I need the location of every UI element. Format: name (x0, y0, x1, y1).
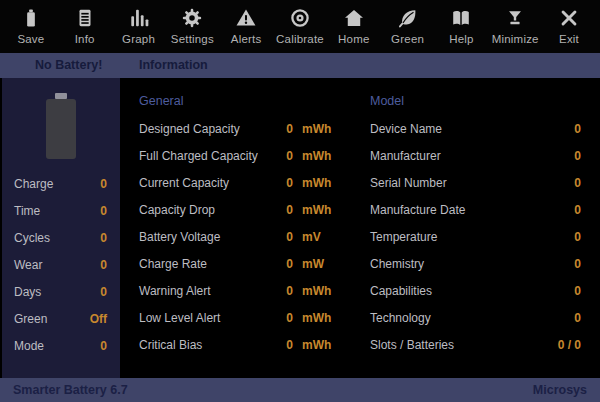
info-row-serial-number: Serial Number 0 (370, 169, 581, 196)
info-label: Designed Capacity (139, 122, 271, 136)
info-unit: mWh (302, 176, 338, 190)
info-row-temperature: Temperature 0 (370, 223, 581, 250)
info-row-battery-voltage: Battery Voltage 0 mV (139, 223, 338, 250)
info-unit: mWh (302, 149, 338, 163)
info-value: 0 (539, 311, 581, 325)
stat-label: Cycles (14, 231, 100, 245)
stat-row-time: Time 0 (2, 197, 120, 224)
toolbar-label: Alerts (231, 33, 262, 45)
stat-row-mode: Mode 0 (2, 332, 120, 359)
info-label: Battery Voltage (139, 230, 271, 244)
info-row-slots-batteries: Slots / Batteries 0 / 0 (370, 331, 581, 358)
info-label: Manufacturer (370, 149, 539, 163)
info-row-capacity-drop: Capacity Drop 0 mWh (139, 196, 338, 223)
toolbar-button-info[interactable]: Info (58, 0, 112, 53)
stat-value: 0 (100, 258, 107, 272)
info-value: 0 (539, 284, 581, 298)
stat-value: 0 (100, 204, 107, 218)
stat-value: 0 (100, 231, 107, 245)
toolbar-label: Graph (122, 33, 155, 45)
info-label: Chemistry (370, 257, 539, 271)
info-value: 0 (271, 257, 293, 271)
toolbar-label: Home (338, 33, 369, 45)
minimize-funnel-icon (504, 7, 526, 29)
info-value: 0 (539, 203, 581, 217)
tab-bar: No Battery! Information (0, 53, 600, 78)
stat-label: Time (14, 204, 100, 218)
vendor-label: Microsys (533, 383, 587, 397)
toolbar-button-settings[interactable]: Settings (165, 0, 219, 53)
target-icon (289, 7, 311, 29)
warning-triangle-icon (235, 7, 257, 29)
toolbar-label: Settings (171, 33, 214, 45)
toolbar-label: Save (17, 33, 44, 45)
info-row-warning-alert: Warning Alert 0 mWh (139, 277, 338, 304)
sidebar-stats: Charge 0 Time 0 Cycles 0 Wear 0 Days 0 (2, 170, 120, 359)
general-section: General Designed Capacity 0 mWh Full Cha… (139, 88, 338, 358)
toolbar-button-save[interactable]: Save (4, 0, 58, 53)
stat-row-green: Green Off (2, 305, 120, 332)
info-label: Capabilities (370, 284, 539, 298)
content-area: Charge 0 Time 0 Cycles 0 Wear 0 Days 0 (0, 78, 600, 378)
info-label: Full Charged Capacity (139, 149, 271, 163)
info-label: Temperature (370, 230, 539, 244)
info-unit: mWh (302, 311, 338, 325)
information-panel: General Designed Capacity 0 mWh Full Cha… (120, 78, 600, 378)
sidebar: Charge 0 Time 0 Cycles 0 Wear 0 Days 0 (0, 78, 120, 378)
info-row-technology: Technology 0 (370, 304, 581, 331)
toolbar-button-alerts[interactable]: Alerts (219, 0, 273, 53)
stat-label: Mode (14, 339, 100, 353)
info-value: 0 (271, 203, 293, 217)
battery-status-label: No Battery! (35, 53, 102, 78)
info-label: Low Level Alert (139, 311, 271, 325)
gear-icon (181, 7, 203, 29)
stat-row-charge: Charge 0 (2, 170, 120, 197)
stat-value: Off (90, 312, 107, 326)
info-label: Charge Rate (139, 257, 271, 271)
toolbar: Save Info Graph (0, 0, 600, 53)
info-unit: mWh (302, 338, 338, 352)
info-unit: mWh (302, 122, 338, 136)
toolbar-button-home[interactable]: Home (327, 0, 381, 53)
info-row-chemistry: Chemistry 0 (370, 250, 581, 277)
toolbar-button-graph[interactable]: Graph (112, 0, 166, 53)
info-value: 0 (539, 176, 581, 190)
stat-label: Charge (14, 177, 100, 191)
info-label: Slots / Batteries (370, 338, 539, 352)
info-value: 0 (271, 338, 293, 352)
toolbar-button-calibrate[interactable]: Calibrate (273, 0, 327, 53)
stat-row-cycles: Cycles 0 (2, 224, 120, 251)
toolbar-label: Info (75, 33, 95, 45)
info-value: 0 (271, 176, 293, 190)
stat-value: 0 (100, 339, 107, 353)
info-row-low-level-alert: Low Level Alert 0 mWh (139, 304, 338, 331)
info-value: 0 (539, 149, 581, 163)
info-row-charge-rate: Charge Rate 0 mW (139, 250, 338, 277)
info-value: 0 (271, 284, 293, 298)
tab-information[interactable]: Information (139, 53, 208, 78)
toolbar-button-exit[interactable]: Exit (542, 0, 596, 53)
info-row-current-capacity: Current Capacity 0 mWh (139, 169, 338, 196)
info-value: 0 (539, 257, 581, 271)
battery-icon (20, 7, 42, 29)
section-title-general: General (139, 88, 338, 115)
toolbar-label: Calibrate (276, 33, 324, 45)
info-value: 0 (539, 230, 581, 244)
stat-value: 0 (100, 285, 107, 299)
info-row-capabilities: Capabilities 0 (370, 277, 581, 304)
app-version-label: Smarter Battery 6.7 (13, 383, 128, 397)
stat-label: Days (14, 285, 100, 299)
toolbar-label: Green (391, 33, 424, 45)
info-value: 0 (271, 311, 293, 325)
toolbar-label: Minimize (492, 33, 539, 45)
info-value: 0 (271, 149, 293, 163)
model-section: Model Device Name 0 Manufacturer 0 Seria… (370, 88, 581, 358)
info-row-full-charged-capacity: Full Charged Capacity 0 mWh (139, 142, 338, 169)
toolbar-button-green[interactable]: Green (381, 0, 435, 53)
info-label: Serial Number (370, 176, 539, 190)
toolbar-button-minimize[interactable]: Minimize (488, 0, 542, 53)
info-value: 0 (271, 230, 293, 244)
stat-label: Wear (14, 258, 100, 272)
toolbar-button-help[interactable]: Help (435, 0, 489, 53)
info-list-icon (74, 7, 96, 29)
